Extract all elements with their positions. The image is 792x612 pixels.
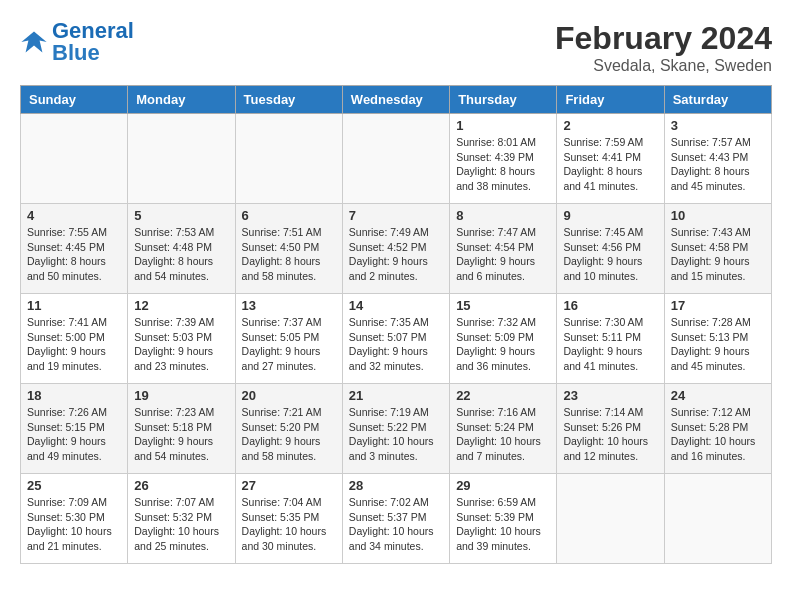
day-of-week-header: Saturday xyxy=(664,86,771,114)
calendar-cell: 5Sunrise: 7:53 AM Sunset: 4:48 PM Daylig… xyxy=(128,204,235,294)
day-number: 19 xyxy=(134,388,228,403)
day-number: 7 xyxy=(349,208,443,223)
day-number: 27 xyxy=(242,478,336,493)
calendar-cell: 8Sunrise: 7:47 AM Sunset: 4:54 PM Daylig… xyxy=(450,204,557,294)
calendar-cell: 4Sunrise: 7:55 AM Sunset: 4:45 PM Daylig… xyxy=(21,204,128,294)
day-number: 12 xyxy=(134,298,228,313)
day-info: Sunrise: 7:47 AM Sunset: 4:54 PM Dayligh… xyxy=(456,225,550,284)
day-number: 29 xyxy=(456,478,550,493)
day-number: 16 xyxy=(563,298,657,313)
day-info: Sunrise: 7:28 AM Sunset: 5:13 PM Dayligh… xyxy=(671,315,765,374)
calendar-body: 1Sunrise: 8:01 AM Sunset: 4:39 PM Daylig… xyxy=(21,114,772,564)
day-info: Sunrise: 7:35 AM Sunset: 5:07 PM Dayligh… xyxy=(349,315,443,374)
header: General Blue February 2024 Svedala, Skan… xyxy=(20,20,772,75)
day-number: 17 xyxy=(671,298,765,313)
day-number: 3 xyxy=(671,118,765,133)
logo-text: General Blue xyxy=(52,20,134,64)
day-info: Sunrise: 7:21 AM Sunset: 5:20 PM Dayligh… xyxy=(242,405,336,464)
day-of-week-header: Friday xyxy=(557,86,664,114)
calendar-cell: 7Sunrise: 7:49 AM Sunset: 4:52 PM Daylig… xyxy=(342,204,449,294)
day-number: 22 xyxy=(456,388,550,403)
day-info: Sunrise: 7:07 AM Sunset: 5:32 PM Dayligh… xyxy=(134,495,228,554)
calendar-week-row: 18Sunrise: 7:26 AM Sunset: 5:15 PM Dayli… xyxy=(21,384,772,474)
day-info: Sunrise: 7:19 AM Sunset: 5:22 PM Dayligh… xyxy=(349,405,443,464)
day-info: Sunrise: 7:04 AM Sunset: 5:35 PM Dayligh… xyxy=(242,495,336,554)
calendar-cell: 13Sunrise: 7:37 AM Sunset: 5:05 PM Dayli… xyxy=(235,294,342,384)
day-info: Sunrise: 7:41 AM Sunset: 5:00 PM Dayligh… xyxy=(27,315,121,374)
day-info: Sunrise: 8:01 AM Sunset: 4:39 PM Dayligh… xyxy=(456,135,550,194)
day-info: Sunrise: 7:59 AM Sunset: 4:41 PM Dayligh… xyxy=(563,135,657,194)
day-info: Sunrise: 7:32 AM Sunset: 5:09 PM Dayligh… xyxy=(456,315,550,374)
day-info: Sunrise: 7:16 AM Sunset: 5:24 PM Dayligh… xyxy=(456,405,550,464)
calendar-cell: 11Sunrise: 7:41 AM Sunset: 5:00 PM Dayli… xyxy=(21,294,128,384)
day-info: Sunrise: 7:53 AM Sunset: 4:48 PM Dayligh… xyxy=(134,225,228,284)
day-of-week-header: Monday xyxy=(128,86,235,114)
day-info: Sunrise: 7:14 AM Sunset: 5:26 PM Dayligh… xyxy=(563,405,657,464)
calendar-cell: 14Sunrise: 7:35 AM Sunset: 5:07 PM Dayli… xyxy=(342,294,449,384)
calendar-cell xyxy=(21,114,128,204)
day-number: 8 xyxy=(456,208,550,223)
day-info: Sunrise: 7:09 AM Sunset: 5:30 PM Dayligh… xyxy=(27,495,121,554)
day-info: Sunrise: 7:23 AM Sunset: 5:18 PM Dayligh… xyxy=(134,405,228,464)
calendar-cell xyxy=(557,474,664,564)
day-number: 28 xyxy=(349,478,443,493)
calendar-cell: 25Sunrise: 7:09 AM Sunset: 5:30 PM Dayli… xyxy=(21,474,128,564)
logo-blue: Blue xyxy=(52,40,100,65)
day-info: Sunrise: 7:30 AM Sunset: 5:11 PM Dayligh… xyxy=(563,315,657,374)
main-title: February 2024 xyxy=(555,20,772,57)
calendar-cell: 22Sunrise: 7:16 AM Sunset: 5:24 PM Dayli… xyxy=(450,384,557,474)
day-number: 13 xyxy=(242,298,336,313)
day-number: 10 xyxy=(671,208,765,223)
calendar-week-row: 11Sunrise: 7:41 AM Sunset: 5:00 PM Dayli… xyxy=(21,294,772,384)
day-number: 11 xyxy=(27,298,121,313)
day-of-week-header: Sunday xyxy=(21,86,128,114)
day-number: 6 xyxy=(242,208,336,223)
title-area: February 2024 Svedala, Skane, Sweden xyxy=(555,20,772,75)
day-info: Sunrise: 7:39 AM Sunset: 5:03 PM Dayligh… xyxy=(134,315,228,374)
day-number: 14 xyxy=(349,298,443,313)
calendar-cell: 28Sunrise: 7:02 AM Sunset: 5:37 PM Dayli… xyxy=(342,474,449,564)
calendar-cell: 10Sunrise: 7:43 AM Sunset: 4:58 PM Dayli… xyxy=(664,204,771,294)
calendar-cell: 20Sunrise: 7:21 AM Sunset: 5:20 PM Dayli… xyxy=(235,384,342,474)
day-info: Sunrise: 7:55 AM Sunset: 4:45 PM Dayligh… xyxy=(27,225,121,284)
calendar-cell: 3Sunrise: 7:57 AM Sunset: 4:43 PM Daylig… xyxy=(664,114,771,204)
day-number: 23 xyxy=(563,388,657,403)
day-info: Sunrise: 7:26 AM Sunset: 5:15 PM Dayligh… xyxy=(27,405,121,464)
calendar-cell: 19Sunrise: 7:23 AM Sunset: 5:18 PM Dayli… xyxy=(128,384,235,474)
logo: General Blue xyxy=(20,20,134,64)
day-info: Sunrise: 7:49 AM Sunset: 4:52 PM Dayligh… xyxy=(349,225,443,284)
calendar-cell: 12Sunrise: 7:39 AM Sunset: 5:03 PM Dayli… xyxy=(128,294,235,384)
logo-bird-icon xyxy=(20,28,48,56)
day-number: 25 xyxy=(27,478,121,493)
day-of-week-header: Tuesday xyxy=(235,86,342,114)
day-number: 2 xyxy=(563,118,657,133)
calendar-cell: 21Sunrise: 7:19 AM Sunset: 5:22 PM Dayli… xyxy=(342,384,449,474)
calendar-cell xyxy=(342,114,449,204)
calendar-cell xyxy=(235,114,342,204)
day-info: Sunrise: 7:37 AM Sunset: 5:05 PM Dayligh… xyxy=(242,315,336,374)
calendar-week-row: 25Sunrise: 7:09 AM Sunset: 5:30 PM Dayli… xyxy=(21,474,772,564)
day-info: Sunrise: 7:43 AM Sunset: 4:58 PM Dayligh… xyxy=(671,225,765,284)
day-info: Sunrise: 7:51 AM Sunset: 4:50 PM Dayligh… xyxy=(242,225,336,284)
day-number: 5 xyxy=(134,208,228,223)
day-number: 20 xyxy=(242,388,336,403)
calendar-cell: 26Sunrise: 7:07 AM Sunset: 5:32 PM Dayli… xyxy=(128,474,235,564)
day-info: Sunrise: 7:57 AM Sunset: 4:43 PM Dayligh… xyxy=(671,135,765,194)
svg-marker-0 xyxy=(21,32,46,53)
day-number: 1 xyxy=(456,118,550,133)
day-of-week-header: Wednesday xyxy=(342,86,449,114)
calendar-cell xyxy=(664,474,771,564)
day-info: Sunrise: 7:02 AM Sunset: 5:37 PM Dayligh… xyxy=(349,495,443,554)
day-number: 9 xyxy=(563,208,657,223)
calendar-week-row: 4Sunrise: 7:55 AM Sunset: 4:45 PM Daylig… xyxy=(21,204,772,294)
calendar-header-row: SundayMondayTuesdayWednesdayThursdayFrid… xyxy=(21,86,772,114)
calendar-cell: 17Sunrise: 7:28 AM Sunset: 5:13 PM Dayli… xyxy=(664,294,771,384)
day-info: Sunrise: 7:12 AM Sunset: 5:28 PM Dayligh… xyxy=(671,405,765,464)
calendar-cell: 16Sunrise: 7:30 AM Sunset: 5:11 PM Dayli… xyxy=(557,294,664,384)
calendar-cell: 27Sunrise: 7:04 AM Sunset: 5:35 PM Dayli… xyxy=(235,474,342,564)
day-info: Sunrise: 7:45 AM Sunset: 4:56 PM Dayligh… xyxy=(563,225,657,284)
calendar-cell: 23Sunrise: 7:14 AM Sunset: 5:26 PM Dayli… xyxy=(557,384,664,474)
day-info: Sunrise: 6:59 AM Sunset: 5:39 PM Dayligh… xyxy=(456,495,550,554)
calendar-cell: 15Sunrise: 7:32 AM Sunset: 5:09 PM Dayli… xyxy=(450,294,557,384)
day-number: 24 xyxy=(671,388,765,403)
